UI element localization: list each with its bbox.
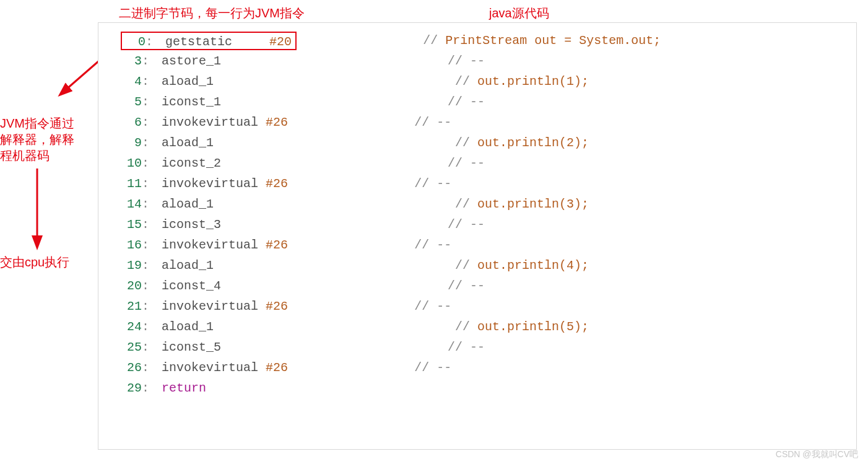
offset-number: 21: [121, 296, 142, 317]
offset-number: 3: [121, 51, 142, 71]
bytecode-row: 20: iconst_4 // --: [98, 276, 856, 296]
bytecode-row: 0: getstatic #20 // PrintStream out = Sy…: [98, 30, 856, 51]
bytecode-row: 5: iconst_1 // --: [98, 92, 856, 112]
mnemonic: aload_1: [162, 136, 214, 150]
highlight-box: 0: getstatic #20: [121, 32, 297, 50]
operand: #26: [266, 361, 288, 375]
colon-sep: :: [142, 214, 162, 235]
colon-sep: :: [142, 235, 162, 255]
bytecode-row: 19: aload_1 // out.println(4);: [98, 255, 856, 276]
colon-sep: :: [142, 276, 162, 296]
colon-sep: :: [142, 112, 162, 133]
operand: #26: [266, 115, 288, 129]
operand: #26: [266, 238, 288, 252]
source-comment: // --: [414, 296, 451, 317]
instruction-cell: invokevirtual #26: [162, 173, 288, 194]
colon-sep: :: [142, 378, 162, 398]
colon-sep: :: [145, 35, 165, 49]
bytecode-panel: 0: getstatic #20 // PrintStream out = Sy…: [98, 22, 857, 450]
mnemonic: iconst_2: [162, 156, 221, 170]
source-comment: // out.println(3);: [455, 194, 589, 214]
operand: #26: [266, 299, 288, 313]
mnemonic: iconst_1: [162, 95, 221, 109]
bytecode-row: 16: invokevirtual #26 // --: [98, 235, 856, 255]
bytecode-row: 24: aload_1 // out.println(5);: [98, 317, 856, 337]
mnemonic: iconst_4: [162, 279, 221, 293]
source-comment: // out.println(5);: [455, 317, 589, 337]
offset-number: 16: [121, 235, 142, 255]
offset-number: 25: [121, 337, 142, 357]
instruction-cell: iconst_2: [162, 153, 254, 173]
mnemonic: invokevirtual: [162, 299, 258, 313]
source-comment: // out.println(1);: [455, 71, 589, 92]
instruction-cell: aload_1: [162, 194, 254, 214]
offset-number: 10: [121, 153, 142, 173]
offset-number: 19: [121, 255, 142, 276]
mnemonic: invokevirtual: [162, 361, 258, 375]
mnemonic: iconst_5: [162, 340, 221, 354]
bytecode-row: 14: aload_1 // out.println(3);: [98, 194, 856, 214]
bytecode-row: 26: invokevirtual #26 // --: [98, 357, 856, 378]
operand: #26: [266, 177, 288, 191]
colon-sep: :: [142, 173, 162, 194]
mnemonic: iconst_3: [162, 217, 221, 232]
source-comment: // --: [448, 51, 485, 71]
colon-sep: :: [142, 357, 162, 378]
mnemonic: invokevirtual: [162, 238, 258, 252]
colon-sep: :: [142, 71, 162, 92]
source-comment: // out.println(2);: [455, 133, 589, 153]
instruction-cell: aload_1: [162, 71, 254, 92]
bytecode-row: 9: aload_1 // out.println(2);: [98, 133, 856, 153]
source-comment: // --: [448, 276, 485, 296]
source-comment: // --: [448, 337, 485, 357]
annotation-jvm-line3: 程机器码: [0, 147, 50, 164]
colon-sep: :: [142, 296, 162, 317]
bytecode-row: 25: iconst_5 // --: [98, 337, 856, 357]
offset-number: 6: [121, 112, 142, 133]
annotation-java-title: java源代码: [489, 5, 549, 22]
source-comment: // PrintStream out = System.out;: [423, 30, 661, 51]
mnemonic: return: [162, 381, 206, 395]
mnemonic: invokevirtual: [162, 115, 258, 129]
colon-sep: :: [142, 133, 162, 153]
bytecode-row: 4: aload_1 // out.println(1);: [98, 71, 856, 92]
instruction-cell: iconst_1: [162, 92, 254, 112]
colon-sep: :: [142, 194, 162, 214]
mnemonic: aload_1: [162, 74, 214, 89]
source-comment: // --: [448, 92, 485, 112]
offset-number: 24: [121, 317, 142, 337]
offset-number: 4: [121, 71, 142, 92]
bytecode-row: 11: invokevirtual #26 // --: [98, 173, 856, 194]
offset-number: 11: [121, 173, 142, 194]
offset-number: 5: [121, 92, 142, 112]
instruction-cell: invokevirtual #26: [162, 235, 288, 255]
mnemonic: aload_1: [162, 258, 214, 273]
watermark: CSDN @我就叫CV吧: [776, 449, 858, 460]
source-comment: // --: [414, 173, 451, 194]
source-comment: // --: [414, 112, 451, 133]
colon-sep: :: [142, 51, 162, 71]
bytecode-row: 15: iconst_3 // --: [98, 214, 856, 235]
source-comment: // --: [448, 214, 485, 235]
colon-sep: :: [142, 153, 162, 173]
bytecode-row: 3: astore_1 // --: [98, 51, 856, 71]
offset-number: 14: [121, 194, 142, 214]
bytecode-row: 6: invokevirtual #26 // --: [98, 112, 856, 133]
instruction-cell: invokevirtual #26: [162, 112, 288, 133]
offset-number: 0: [124, 33, 145, 51]
offset-number: 15: [121, 214, 142, 235]
offset-number: 29: [121, 378, 142, 398]
annotation-cpu: 交由cpu执行: [0, 254, 69, 271]
instruction-cell: aload_1: [162, 133, 254, 153]
source-comment: // --: [448, 153, 485, 173]
instruction-cell: invokevirtual #26: [162, 357, 288, 378]
mnemonic: aload_1: [162, 197, 214, 211]
instruction-cell: iconst_3: [162, 214, 254, 235]
instruction-cell: return: [162, 378, 254, 398]
operand: #20: [269, 35, 292, 49]
colon-sep: :: [142, 92, 162, 112]
mnemonic: astore_1: [162, 54, 221, 68]
instruction-cell: aload_1: [162, 317, 254, 337]
bytecode-row: 29: return: [98, 378, 856, 398]
mnemonic: getstatic: [165, 35, 232, 49]
